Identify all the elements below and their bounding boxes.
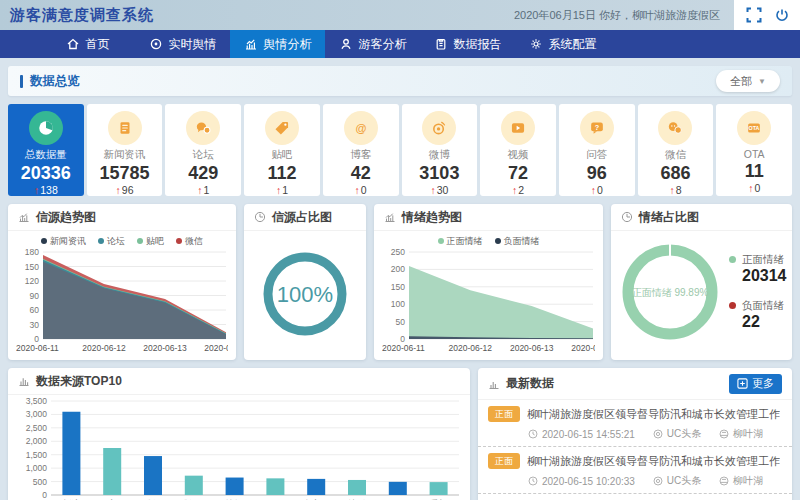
svg-text:150: 150 [25,262,39,272]
stat-card-ota[interactable]: OTA OTA 11 ↑0 [716,104,792,196]
bottom-row: 数据来源TOP10 05001,0001,5002,0002,5003,0003… [8,368,792,500]
stat-card-news[interactable]: 新闻资讯 15785 ↑96 [87,104,163,196]
svg-text:2,500: 2,500 [26,423,48,433]
up-arrow-icon: ↑ [669,184,674,196]
nav-label: 游客分析 [359,36,407,53]
stat-card-total[interactable]: 总数据量 20336 ↑138 [8,104,84,196]
negative-dot-icon [729,302,736,309]
stat-card-forum[interactable]: 论坛 429 ↑1 [165,104,241,196]
nav-item-realtime[interactable]: 实时舆情 [135,30,230,58]
svg-text:3,000: 3,000 [26,409,48,419]
stat-card-tieba[interactable]: 贴吧 112 ↑1 [244,104,320,196]
svg-text:?: ? [595,123,600,132]
up-arrow-icon: ↑ [748,182,753,194]
report-icon [434,37,448,51]
stat-card-blog[interactable]: @ 博客 42 ↑0 [323,104,399,196]
svg-text:120: 120 [25,276,39,286]
tag-icon [265,111,299,145]
question-bubble-icon: ? [580,111,614,145]
panel-latest: 最新数据 更多 正面 柳叶湖旅游度假区领导督导防汛和城市长效管理工作 2020-… [478,368,792,500]
pie-icon [29,111,63,145]
plus-square-icon [737,378,748,389]
up-arrow-icon: ↑ [34,184,39,196]
user-icon [339,37,353,51]
svg-text:100%: 100% [277,282,333,307]
fullscreen-icon[interactable] [746,7,762,23]
top10-bar-chart: 05001,0001,5002,0002,5003,0003,500新浪微博百家… [15,395,463,500]
news-item: 正面 柳叶湖旅游度假区领导督导防汛和城市长效管理工作 2020-06-15 14… [478,400,792,447]
stat-card-video[interactable]: 视频 72 ↑2 [480,104,556,196]
panel-sentiment-trend: 情绪趋势图 正面情绪负面情绪 0501001502002502020-06-11… [374,204,603,360]
panel-title: 情绪趋势图 [402,209,462,226]
trend-icon [384,211,396,223]
filter-dropdown[interactable]: 全部 ▼ [716,70,780,92]
monitor-icon [149,37,163,51]
up-arrow-icon: ↑ [591,184,596,196]
stat-card-weibo[interactable]: 微博 3103 ↑30 [402,104,478,196]
svg-text:2020-06-14: 2020-06-14 [571,343,595,353]
accent-bar [20,75,23,88]
svg-text:60: 60 [30,305,40,315]
up-arrow-icon: ↑ [197,184,202,196]
panel-title: 数据来源TOP10 [36,373,122,390]
nav-label: 首页 [86,36,110,53]
sentiment-trend-chart: 0501001502002502020-06-112020-06-122020-… [382,247,595,353]
news-title[interactable]: 柳叶湖旅游度假区领导督导防汛和城市长效管理工作 [527,454,780,469]
source-share-donut: 100% [250,231,360,357]
gear-icon [529,37,543,51]
svg-text:0: 0 [42,490,47,500]
svg-text:3,500: 3,500 [26,396,48,406]
greeting-text: 2020年06月15日 你好，柳叶湖旅游度假区 [514,8,720,23]
source-icon [653,476,663,486]
news-title[interactable]: 柳叶湖旅游度假区领导督导防汛和城市长效管理工作 [527,407,780,422]
svg-text:100: 100 [391,299,405,309]
news-site: 柳叶湖 [733,427,763,441]
nav-item-visitor[interactable]: 游客分析 [325,30,420,58]
svg-text:2020-06-11: 2020-06-11 [382,343,425,353]
news-item: 正面 【柳叶湖】常德柳叶湖集城、湖、山、洲为一体，是天然造化的生态组合盆景...… [478,494,792,500]
up-arrow-icon: ↑ [116,184,121,196]
svg-text:200: 200 [391,264,405,274]
filter-value: 全部 [730,74,752,89]
news-time: 2020-06-15 10:20:33 [542,476,635,487]
nav-item-settings[interactable]: 系统配置 [515,30,610,58]
nav-label: 实时舆情 [169,36,217,53]
top-actions [734,0,800,30]
weibo-icon [422,111,456,145]
sentiment-badge: 正面 [488,406,520,422]
svg-text:2020-06-11: 2020-06-11 [16,343,59,353]
svg-text:50: 50 [396,317,406,327]
svg-text:2020-06-13: 2020-06-13 [510,343,554,353]
panel-title: 最新数据 [506,375,554,392]
svg-text:250: 250 [391,247,405,257]
wechat-icon [658,111,692,145]
forum-icon [186,111,220,145]
nav-item-analysis[interactable]: 舆情分析 [230,30,325,58]
power-icon[interactable] [775,8,789,22]
main-nav: 首页 实时舆情 舆情分析 游客分析 数据报告 系统配置 [0,30,800,58]
sentiment-share-legend: 正面情绪 20314 负面情绪 22 [723,253,788,331]
sentiment-share-donut: 正面情绪 99.89% [617,233,723,351]
sentiment-badge: 正面 [488,453,520,469]
panel-source-share: 信源占比图 100% [244,204,366,360]
clock-icon [528,429,538,439]
stat-card-qa[interactable]: ? 问答 96 ↑0 [559,104,635,196]
svg-text:90: 90 [30,291,40,301]
svg-text:2020-06-12: 2020-06-12 [82,343,126,353]
nav-item-home[interactable]: 首页 [40,30,135,58]
clock-pie-icon [254,211,266,223]
svg-text:@: @ [355,122,366,134]
clock-icon [528,476,538,486]
stat-card-wechat[interactable]: 微信 686 ↑8 [638,104,714,196]
panel-title: 情绪占比图 [639,209,699,226]
source-icon [653,429,663,439]
svg-text:2,000: 2,000 [26,436,48,446]
more-button[interactable]: 更多 [729,374,782,394]
charts-row: 信源趋势图 新闻资讯论坛贴吧微信 03060901201501802020-06… [8,204,792,360]
up-arrow-icon: ↑ [430,184,435,196]
nav-label: 舆情分析 [264,36,312,53]
site-icon [719,429,729,439]
svg-text:180: 180 [25,247,39,257]
nav-item-report[interactable]: 数据报告 [420,30,515,58]
panel-sentiment-share: 情绪占比图 正面情绪 99.89% 正面情绪 20314 [611,204,792,360]
